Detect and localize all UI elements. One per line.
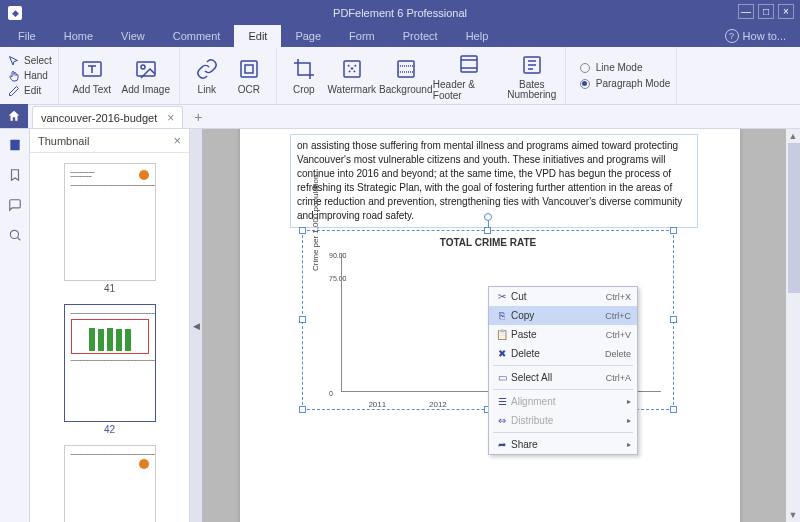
watermark-button[interactable]: Watermark: [325, 56, 379, 95]
menu-file[interactable]: File: [4, 25, 50, 47]
link-button[interactable]: Link: [186, 56, 228, 95]
crop-button[interactable]: Crop: [283, 56, 325, 95]
menu-help[interactable]: Help: [452, 25, 503, 47]
context-menu-share[interactable]: ➦Share▸: [489, 435, 637, 454]
context-menu-separator: [493, 432, 633, 433]
bookmarks-nav-icon[interactable]: [7, 167, 23, 183]
menu-edit[interactable]: Edit: [234, 25, 281, 47]
chart-y-axis-label: Crime per 1,000 population: [311, 174, 320, 271]
image-icon: [132, 56, 160, 82]
app-title: PDFelement 6 Professional: [333, 7, 467, 19]
context-menu-label: Delete: [511, 348, 605, 359]
menu-view[interactable]: View: [107, 25, 159, 47]
thumbnail-list[interactable]: ▬▬▬▬▬▬▬▬▬▬▬▬▬▬▬ ▬▬▬▬▬▬▬▬▬▬▬▬▬▬▬▬▬▬▬▬▬▬▬▬…: [30, 153, 189, 522]
scroll-thumb[interactable]: [788, 143, 800, 293]
resize-handle[interactable]: [670, 316, 677, 323]
context-menu-select-all[interactable]: ▭Select AllCtrl+A: [489, 368, 637, 387]
collapse-gutter[interactable]: ◀: [190, 129, 202, 522]
document-tab[interactable]: vancouver-2016-budget ×: [32, 106, 183, 128]
add-image-button[interactable]: Add Image: [119, 56, 173, 95]
header-footer-icon: [455, 51, 483, 77]
annotations-nav-icon[interactable]: [7, 197, 23, 213]
select-all-icon: ▭: [493, 372, 511, 383]
distribute-icon: ⇔: [493, 415, 511, 426]
bates-icon: [518, 52, 546, 78]
cursor-icon: [8, 55, 20, 67]
crop-icon: [290, 56, 318, 82]
help-icon: ?: [725, 29, 739, 43]
chevron-right-icon: ▸: [627, 440, 631, 449]
ribbon-select-group: Select Hand Edit: [2, 47, 59, 104]
context-menu-label: Select All: [511, 372, 606, 383]
context-menu-shortcut: Ctrl+C: [605, 311, 631, 321]
svg-rect-7: [461, 56, 477, 72]
menu-protect[interactable]: Protect: [389, 25, 452, 47]
menu-comment[interactable]: Comment: [159, 25, 235, 47]
chart-y-tick: 0: [329, 390, 333, 397]
maximize-button[interactable]: □: [758, 4, 774, 19]
delete-icon: ✖: [493, 348, 511, 359]
menu-form[interactable]: Form: [335, 25, 389, 47]
add-text-button[interactable]: Add Text: [65, 56, 119, 95]
context-menu-delete[interactable]: ✖DeleteDelete: [489, 344, 637, 363]
add-tab-button[interactable]: +: [187, 106, 209, 128]
home-icon: [7, 109, 21, 123]
thumbnail-page-41[interactable]: ▬▬▬▬▬▬▬▬▬▬▬▬▬▬▬ ▬▬▬▬▬▬▬▬▬▬▬▬▬▬▬▬▬▬▬▬▬▬▬▬…: [64, 163, 156, 281]
minimize-button[interactable]: —: [738, 4, 754, 19]
search-nav-icon[interactable]: [7, 227, 23, 243]
align-icon: ☰: [493, 396, 511, 407]
thumbnail-label: 42: [64, 424, 156, 435]
thumbnail-title: Thumbnail: [38, 135, 89, 147]
how-to-link[interactable]: ? How to...: [725, 29, 796, 43]
radio-off-icon: [580, 63, 590, 73]
radio-on-icon: [580, 79, 590, 89]
workarea: Thumbnail × ▬▬▬▬▬▬▬▬▬▬▬▬▬▬▬ ▬▬▬▬▬▬▬▬▬▬▬▬…: [0, 129, 800, 522]
bates-numbering-button[interactable]: Bates Numbering: [505, 52, 559, 100]
resize-handle[interactable]: [299, 316, 306, 323]
document-viewport[interactable]: ◀ on assisting those suffering from ment…: [190, 129, 800, 522]
paragraph-mode-radio[interactable]: Paragraph Mode: [580, 76, 671, 91]
menu-home[interactable]: Home: [50, 25, 107, 47]
background-button[interactable]: Background: [379, 56, 433, 95]
text-icon: [78, 56, 106, 82]
context-menu-copy[interactable]: ⎘CopyCtrl+C: [489, 306, 637, 325]
chevron-right-icon: ▸: [627, 416, 631, 425]
header-footer-button[interactable]: Header & Footer: [433, 51, 505, 101]
context-menu-cut[interactable]: ✂CutCtrl+X: [489, 287, 637, 306]
scroll-up-icon[interactable]: ▲: [786, 129, 800, 143]
context-menu-separator: [493, 389, 633, 390]
rotate-handle[interactable]: [484, 213, 492, 221]
resize-handle[interactable]: [670, 406, 677, 413]
context-menu-shortcut: Ctrl+V: [606, 330, 631, 340]
document-tabstrip: vancouver-2016-budget × +: [0, 105, 800, 129]
paragraph-text-block[interactable]: on assisting those suffering from mental…: [290, 134, 698, 228]
close-thumbnail-icon[interactable]: ×: [173, 133, 181, 148]
thumbnail-page-42[interactable]: ▬▬▬▬▬▬▬▬▬▬▬▬▬▬▬▬▬▬▬▬▬▬▬▬▬▬▬▬▬▬▬▬▬▬▬▬▬▬▬▬…: [64, 304, 156, 422]
context-menu-label: Alignment: [511, 396, 627, 407]
thumbnails-nav-icon[interactable]: [7, 137, 23, 153]
context-menu-shortcut: Delete: [605, 349, 631, 359]
background-icon: [392, 56, 420, 82]
vertical-scrollbar[interactable]: ▲ ▼: [786, 129, 800, 522]
scroll-down-icon[interactable]: ▼: [786, 508, 800, 522]
close-tab-icon[interactable]: ×: [167, 111, 174, 125]
context-menu-label: Copy: [511, 310, 605, 321]
select-tool[interactable]: Select: [8, 54, 52, 68]
menu-page[interactable]: Page: [281, 25, 335, 47]
edit-tool[interactable]: Edit: [8, 84, 41, 98]
scroll-track[interactable]: [786, 143, 800, 508]
line-mode-radio[interactable]: Line Mode: [580, 60, 643, 75]
close-window-button[interactable]: ×: [778, 4, 794, 19]
hand-tool[interactable]: Hand: [8, 69, 48, 83]
ocr-button[interactable]: OCR: [228, 56, 270, 95]
context-menu-paste[interactable]: 📋PasteCtrl+V: [489, 325, 637, 344]
title-bar: ◆ PDFelement 6 Professional — □ ×: [0, 0, 800, 25]
resize-handle[interactable]: [299, 227, 306, 234]
home-tab[interactable]: [0, 104, 28, 128]
context-menu[interactable]: ✂CutCtrl+X⎘CopyCtrl+C📋PasteCtrl+V✖Delete…: [488, 286, 638, 455]
resize-handle[interactable]: [670, 227, 677, 234]
resize-handle[interactable]: [299, 406, 306, 413]
svg-point-10: [10, 230, 18, 238]
resize-handle[interactable]: [484, 227, 491, 234]
thumbnail-page-43[interactable]: ▬▬▬▬▬▬▬▬▬▬▬▬▬▬▬▬▬▬▬▬▬▬▬▬▬▬▬▬▬▬▬▬▬▬▬▬▬▬▬▬…: [64, 445, 156, 522]
